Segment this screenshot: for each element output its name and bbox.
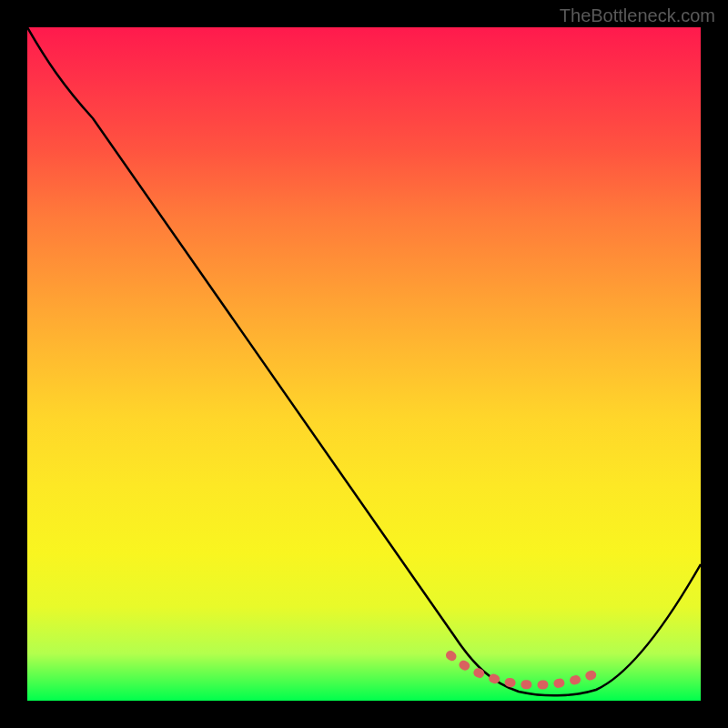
chart-svg: [27, 27, 701, 701]
chart-plot-area: [27, 27, 701, 701]
chart-curve-line: [27, 27, 701, 695]
watermark-text: TheBottleneck.com: [560, 5, 715, 26]
